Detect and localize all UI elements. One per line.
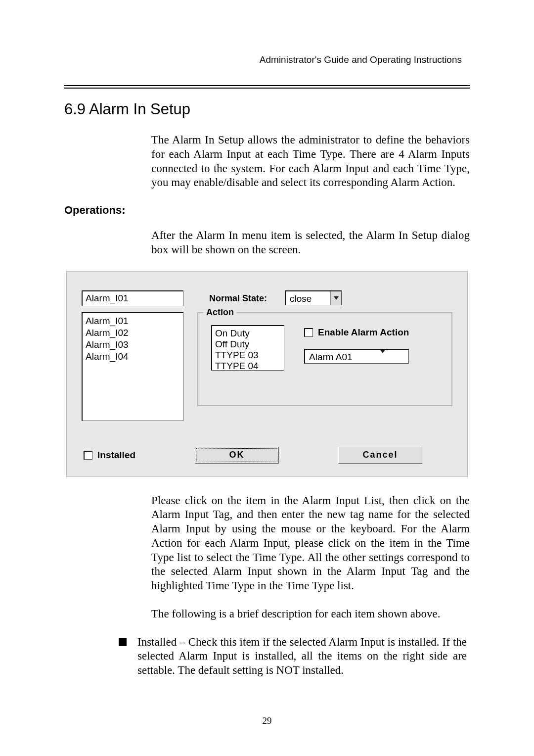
alarm-in-dialog: Alarm_I01 Normal State: close Alarm_I01 … xyxy=(66,271,468,477)
list-item[interactable]: On Duty xyxy=(215,328,281,339)
normal-state-value: close xyxy=(286,291,330,305)
normal-state-select[interactable]: close xyxy=(285,290,342,305)
chevron-down-icon[interactable] xyxy=(330,291,341,305)
checkbox-icon[interactable] xyxy=(84,451,92,460)
following-paragraph: The following is a brief description for… xyxy=(151,607,470,621)
alarm-action-select[interactable]: Alarm A01 xyxy=(304,349,409,364)
operations-heading: Operations: xyxy=(64,204,470,217)
list-item[interactable]: Off Duty xyxy=(215,339,281,350)
time-type-list[interactable]: On Duty Off Duty TTYPE 03 TTYPE 04 xyxy=(211,325,284,371)
installed-checkbox[interactable]: Installed xyxy=(84,450,135,461)
action-group-label: Action xyxy=(203,307,237,318)
chevron-down-icon[interactable] xyxy=(380,350,385,363)
checkbox-icon[interactable] xyxy=(304,328,313,337)
list-item[interactable]: Alarm_I01 xyxy=(86,315,180,327)
list-item[interactable]: TTYPE 03 xyxy=(215,350,281,361)
bullet-icon xyxy=(119,638,127,646)
section-title: 6.9 Alarm In Setup xyxy=(64,100,470,118)
list-item[interactable]: Alarm_I04 xyxy=(86,351,180,363)
alarm-input-list[interactable]: Alarm_I01 Alarm_I02 Alarm_I03 Alarm_I04 xyxy=(82,312,183,421)
ops-paragraph: After the Alarm In menu item is selected… xyxy=(151,229,470,257)
page-header: Administrator's Guide and Operating Inst… xyxy=(64,54,470,65)
enable-alarm-action-checkbox[interactable]: Enable Alarm Action xyxy=(304,327,409,338)
list-item[interactable]: TTYPE 04 xyxy=(215,361,281,372)
after-dialog-paragraph: Please click on the item in the Alarm In… xyxy=(151,494,470,593)
page-number: 29 xyxy=(0,715,534,726)
header-rule xyxy=(64,85,470,89)
installed-label: Installed xyxy=(97,450,135,461)
ok-button[interactable]: OK xyxy=(195,447,279,464)
list-item[interactable]: Alarm_I03 xyxy=(86,339,180,351)
alarm-input-tag[interactable]: Alarm_I01 xyxy=(82,290,183,306)
intro-paragraph: The Alarm In Setup allows the administra… xyxy=(151,133,470,190)
action-groupbox: Action On Duty Off Duty TTYPE 03 TTYPE 0… xyxy=(197,312,452,406)
list-item[interactable]: Alarm_I02 xyxy=(86,327,180,339)
cancel-button[interactable]: Cancel xyxy=(338,447,422,464)
bullet-text: Installed – Check this item if the selec… xyxy=(137,635,470,678)
alarm-action-value: Alarm A01 xyxy=(305,350,380,363)
enable-label: Enable Alarm Action xyxy=(318,327,409,338)
normal-state-label: Normal State: xyxy=(209,290,267,304)
